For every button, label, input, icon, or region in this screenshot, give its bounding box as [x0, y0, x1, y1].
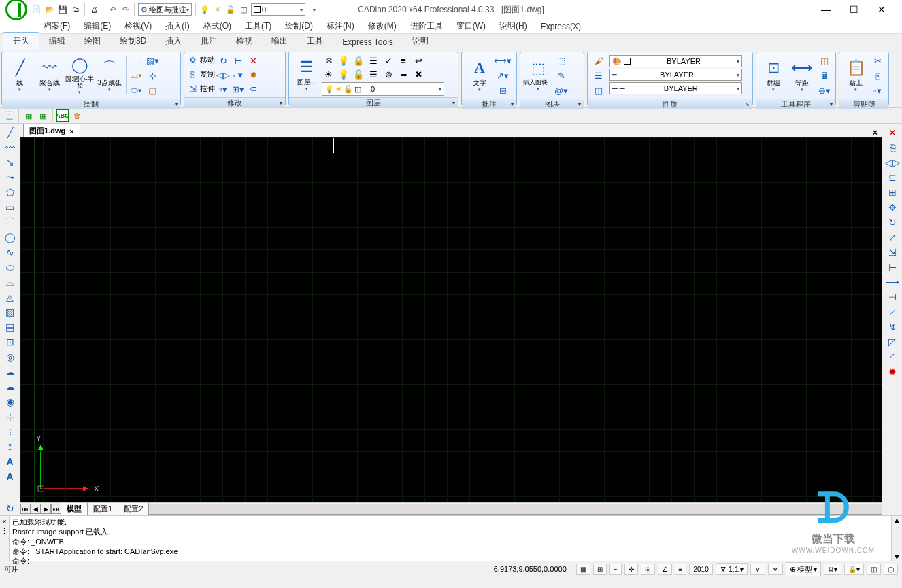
overlay-icon[interactable]: ◫ — [238, 4, 249, 15]
array2-icon[interactable]: ⊞ — [886, 186, 899, 198]
arc-button[interactable]: ⌒3点成弧 — [95, 55, 124, 96]
workspace-dropdown[interactable]: ⚙ 绘图与批注 ▾ — [138, 3, 192, 16]
revcloud2-icon[interactable]: ☁ — [4, 381, 16, 393]
offset-icon[interactable]: ⊆ — [246, 82, 260, 96]
join-icon[interactable]: ↯ — [886, 321, 899, 333]
polyline-button[interactable]: 〰聚合线 — [35, 55, 65, 96]
qat-customize[interactable]: ▾ — [313, 7, 316, 13]
gradient-icon[interactable]: ▤ — [4, 321, 16, 333]
mirror-icon[interactable]: ◁▷ — [216, 68, 230, 82]
save-icon[interactable]: 💾 — [57, 4, 68, 15]
stretch-button[interactable]: ⇲拉伸 — [187, 82, 215, 94]
layout-next-icon[interactable]: ▶ — [41, 504, 51, 514]
layer-freeze-icon[interactable]: ❄ — [322, 54, 335, 67]
layer-match-icon[interactable]: ≡ — [397, 54, 410, 67]
close-button[interactable]: ✕ — [878, 4, 886, 15]
select-icon[interactable]: ◫ — [818, 54, 831, 67]
expand-icon[interactable]: ▾ — [511, 101, 514, 107]
status-lw[interactable]: ≡ — [675, 564, 687, 575]
calc-icon[interactable]: 🖩 — [818, 69, 831, 82]
menu-tools[interactable]: 工具(T) — [242, 19, 274, 33]
layer-dropdown[interactable]: 💡 ☀ 🔓 ◫ 0 ▾ — [322, 82, 444, 96]
line-icon[interactable]: ╱ — [4, 126, 16, 139]
app-menu-button[interactable] — [3, 0, 30, 23]
purge-icon[interactable]: 🗑 — [71, 109, 83, 122]
expand-icon[interactable]: ▾ — [578, 101, 581, 107]
status-lock-icon[interactable]: 🔒▾ — [844, 564, 864, 575]
menu-express[interactable]: Express(X) — [538, 20, 584, 33]
move-button[interactable]: ✥移动 — [187, 54, 215, 66]
drawing-canvas[interactable]: /*placeholder*/ X Y — [20, 137, 882, 502]
status-grid[interactable]: ⊞ — [593, 564, 607, 575]
layer-prev-icon[interactable]: ↩ — [412, 54, 425, 67]
expand-icon[interactable]: ↘ — [745, 101, 750, 107]
pline-icon[interactable]: ⤳ — [4, 171, 16, 184]
new-icon[interactable]: 📄 — [31, 4, 42, 15]
table-import-icon[interactable]: ▦ — [37, 109, 49, 122]
maximize-button[interactable]: ☐ — [850, 4, 858, 15]
explode2-icon[interactable]: ✹ — [886, 366, 899, 378]
prop-palette-icon[interactable]: ◫ — [592, 84, 605, 97]
status-ws-icon[interactable]: ⚙▾ — [824, 564, 841, 575]
offset2-icon[interactable]: ⊆ — [886, 171, 899, 184]
layer-on-icon[interactable]: 💡 — [337, 67, 350, 81]
workspace-close-icon[interactable]: × — [873, 128, 878, 137]
menu-format[interactable]: 格式(O) — [201, 19, 234, 33]
layer-unlock-icon[interactable]: 🔓 — [352, 67, 365, 81]
erase-icon[interactable]: ✕ — [886, 126, 899, 139]
clip-options-icon[interactable]: ▫▾ — [871, 84, 884, 97]
array-icon[interactable]: ⊞▾ — [231, 82, 245, 96]
dtext-icon[interactable]: A — [4, 470, 16, 483]
layout-tab-2[interactable]: 配置2 — [118, 503, 149, 515]
layout-last-icon[interactable]: ⏭ — [51, 504, 61, 514]
donut-icon[interactable]: ◉ — [4, 396, 16, 408]
sun-icon[interactable]: ☀ — [212, 4, 223, 15]
stretch2-icon[interactable]: ⇲ — [886, 246, 899, 258]
layer-off-icon[interactable]: 💡 — [337, 54, 350, 67]
layer-uniso-icon[interactable]: ☰ — [367, 67, 380, 81]
group-button[interactable]: ⊡群组 — [759, 55, 788, 96]
circle-icon[interactable]: ◯ — [4, 231, 16, 243]
layer-delete-icon[interactable]: ✖ — [412, 67, 425, 81]
insert-block-button[interactable]: ⬚插入图块... — [523, 55, 553, 96]
menu-modify[interactable]: 修改(M) — [365, 19, 399, 33]
scale2-icon[interactable]: ⤢ — [886, 231, 899, 243]
lineweight-dropdown[interactable]: ━BYLAYER▾ — [609, 69, 742, 81]
match-prop-icon[interactable]: 🖌 — [592, 54, 605, 67]
tab-draw[interactable]: 绘图 — [75, 33, 110, 50]
status-annovis[interactable]: ⛛ — [750, 564, 765, 575]
hatch-icon[interactable]: ▨▾ — [146, 54, 159, 67]
status-model[interactable]: ⊕模型▾ — [786, 562, 821, 576]
menu-advanced[interactable]: 进阶工具 — [407, 19, 446, 33]
tab-output[interactable]: 输出 — [262, 33, 297, 50]
table-icon[interactable]: ⊞ — [496, 84, 510, 97]
leader-icon[interactable]: ↗▾ — [496, 69, 510, 82]
point2-icon[interactable]: ⊹ — [4, 411, 16, 423]
extend-icon[interactable]: ⟶ — [886, 276, 899, 288]
menu-help[interactable]: 说明(H) — [497, 19, 530, 33]
layer-walk-icon[interactable]: ⊜ — [382, 67, 395, 81]
layer-lock-icon[interactable]: 🔒 — [352, 54, 365, 67]
spline-icon[interactable]: ∿ — [4, 246, 16, 258]
ellipse-arc-icon[interactable]: ⌓ — [4, 276, 16, 288]
ellipse-arc-icon[interactable]: ⌓▾ — [129, 69, 143, 82]
copy-clip-icon[interactable]: ⎘ — [871, 69, 884, 82]
layer-thaw-icon[interactable]: ☀ — [322, 67, 335, 81]
open-icon[interactable]: 📂 — [44, 4, 55, 15]
status-annoscale[interactable]: ⛛1:1▾ — [716, 563, 748, 575]
lock-icon[interactable]: 🔓 — [225, 4, 236, 15]
copy-button[interactable]: ⎘复制 — [187, 68, 215, 80]
rectangle-icon[interactable]: ▭ — [129, 54, 143, 67]
dimlinear-icon[interactable]: ⟷▾ — [496, 54, 510, 67]
color-dropdown[interactable]: 🎨BYLAYER▾ — [609, 55, 742, 67]
cmd-scrollbar[interactable]: ▲▼ — [891, 516, 902, 561]
command-text[interactable]: 已加载彩现功能. Raster image support 已载入. 命令: _… — [10, 516, 891, 561]
layer-properties-button[interactable]: ☰图层... — [292, 54, 322, 95]
undo-icon[interactable]: ↶ — [107, 4, 118, 15]
break-at-icon[interactable]: ⟋ — [886, 306, 899, 318]
menu-insert[interactable]: 插入(I) — [163, 19, 192, 33]
layout-tab-1[interactable]: 配置1 — [88, 503, 118, 515]
attribute-icon[interactable]: @▾ — [554, 84, 568, 97]
linetype-dropdown[interactable]: ─ ─BYLAYER▾ — [609, 82, 742, 94]
trim-icon[interactable]: ⊢ — [231, 54, 245, 67]
